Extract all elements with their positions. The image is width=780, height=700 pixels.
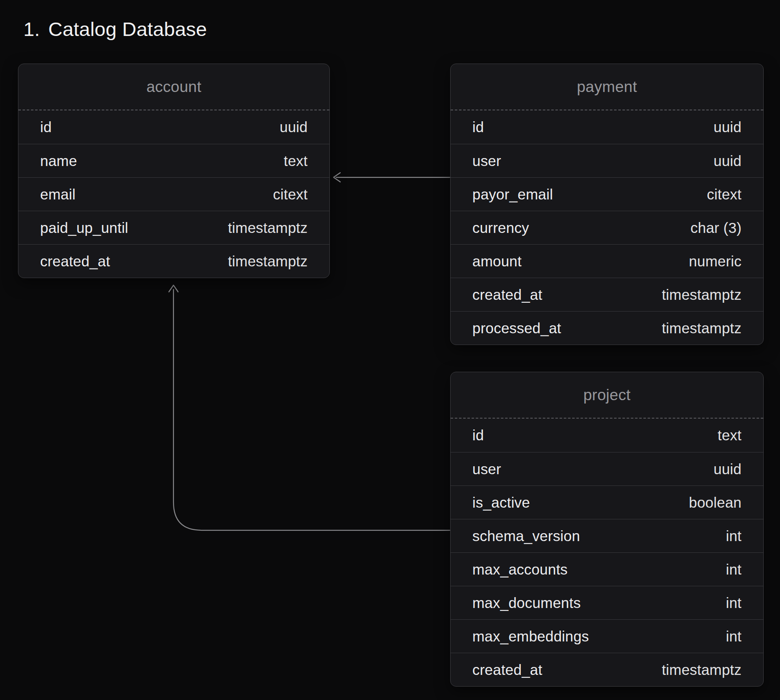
- table-row[interactable]: max_documents int: [451, 586, 763, 619]
- table-row[interactable]: email citext: [18, 177, 329, 211]
- table-row[interactable]: id uuid: [451, 110, 763, 144]
- table-account[interactable]: account id uuid name text email citext p…: [18, 64, 330, 278]
- table-row[interactable]: created_at timestamptz: [18, 244, 329, 278]
- table-row[interactable]: schema_version int: [451, 519, 763, 552]
- field-type: citext: [273, 186, 308, 203]
- arrowhead-up-icon: [169, 285, 178, 292]
- field-name: amount: [472, 253, 522, 270]
- field-type: char (3): [691, 220, 742, 236]
- table-row[interactable]: user uuid: [451, 144, 763, 177]
- table-account-header: account: [18, 64, 329, 110]
- field-type: int: [726, 628, 742, 645]
- field-type: uuid: [280, 119, 308, 135]
- table-name: account: [146, 78, 201, 96]
- field-type: citext: [707, 186, 742, 203]
- field-name: id: [472, 119, 484, 135]
- field-type: timestamptz: [662, 662, 742, 678]
- table-row[interactable]: is_active boolean: [451, 485, 763, 519]
- table-name: project: [583, 386, 630, 404]
- field-name: name: [40, 153, 77, 169]
- field-name: paid_up_until: [40, 220, 128, 236]
- table-row[interactable]: user uuid: [451, 452, 763, 485]
- field-name: created_at: [472, 286, 542, 303]
- field-name: created_at: [40, 253, 110, 270]
- table-payment[interactable]: payment id uuid user uuid payor_email ci…: [450, 64, 764, 345]
- field-type: int: [726, 528, 742, 544]
- table-row[interactable]: currency char (3): [451, 211, 763, 244]
- field-name: user: [472, 461, 501, 478]
- table-name: payment: [577, 78, 637, 96]
- page-title: 1. Catalog Database: [23, 18, 207, 40]
- field-name: schema_version: [472, 528, 580, 544]
- field-name: is_active: [472, 494, 530, 511]
- field-type: int: [726, 595, 742, 611]
- table-row[interactable]: processed_at timestamptz: [451, 311, 763, 345]
- field-type: timestamptz: [228, 253, 308, 270]
- field-type: timestamptz: [228, 220, 308, 236]
- field-type: timestamptz: [662, 320, 742, 337]
- arrowhead-left-icon: [334, 173, 340, 182]
- table-project-header: project: [451, 372, 763, 419]
- table-row[interactable]: payor_email citext: [451, 177, 763, 211]
- field-name: processed_at: [472, 320, 561, 337]
- field-type: text: [718, 427, 742, 444]
- field-type: numeric: [689, 253, 742, 270]
- field-type: uuid: [714, 461, 742, 478]
- table-row[interactable]: created_at timestamptz: [451, 653, 763, 686]
- diagram-canvas: 1. Catalog Database account id uuid name…: [0, 0, 780, 700]
- page-title-text: Catalog Database: [48, 18, 207, 40]
- connector-line: [173, 289, 450, 530]
- table-row[interactable]: max_embeddings int: [451, 619, 763, 653]
- field-type: uuid: [714, 119, 742, 135]
- field-name: payor_email: [472, 186, 553, 203]
- field-name: max_embeddings: [472, 628, 589, 645]
- field-name: id: [40, 119, 52, 135]
- page-title-number: 1.: [23, 18, 40, 40]
- field-type: text: [284, 153, 308, 169]
- field-name: id: [472, 427, 484, 444]
- table-row[interactable]: created_at timestamptz: [451, 278, 763, 311]
- table-project[interactable]: project id text user uuid is_active bool…: [450, 372, 764, 687]
- field-name: max_accounts: [472, 561, 568, 578]
- table-row[interactable]: name text: [18, 144, 329, 177]
- table-payment-header: payment: [451, 64, 763, 110]
- field-name: user: [472, 153, 501, 169]
- field-name: created_at: [472, 662, 542, 678]
- field-name: currency: [472, 220, 529, 236]
- field-type: int: [726, 561, 742, 578]
- field-name: max_documents: [472, 595, 581, 611]
- connector-project-to-account: [169, 285, 450, 530]
- table-row[interactable]: paid_up_until timestamptz: [18, 211, 329, 244]
- field-name: email: [40, 186, 76, 203]
- table-row[interactable]: max_accounts int: [451, 552, 763, 586]
- connector-payment-to-account: [334, 173, 450, 182]
- field-type: timestamptz: [662, 286, 742, 303]
- field-type: boolean: [689, 494, 742, 511]
- table-row[interactable]: amount numeric: [451, 244, 763, 278]
- table-row[interactable]: id uuid: [18, 110, 329, 144]
- table-row[interactable]: id text: [451, 419, 763, 452]
- field-type: uuid: [714, 153, 742, 169]
